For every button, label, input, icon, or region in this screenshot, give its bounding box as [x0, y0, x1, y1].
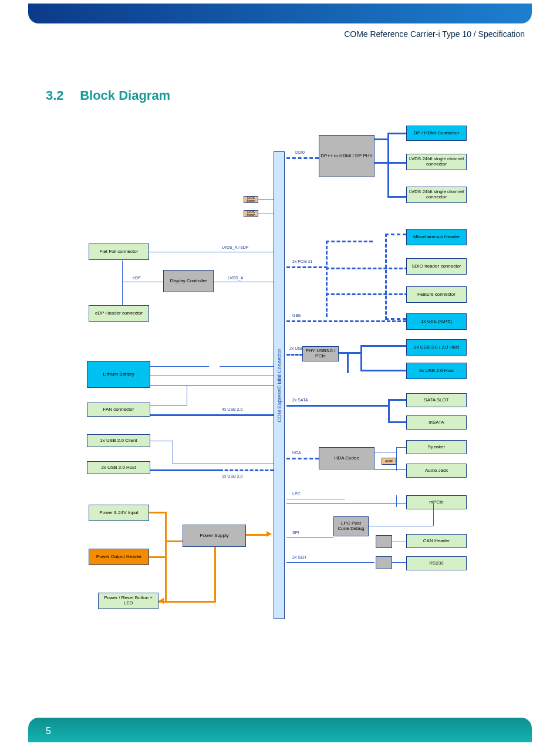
wire [388, 399, 390, 422]
block-display-ctrl: Display Controller [163, 270, 214, 292]
wire [214, 282, 274, 282]
wire [165, 556, 167, 603]
block-edp-hdr: eDP Header connector [89, 305, 149, 322]
wire [286, 538, 333, 538]
block-lvds-switch-b: LVDS Switch [244, 210, 258, 217]
block-feat-hdr: Feature connector [406, 286, 467, 303]
wire [150, 376, 274, 376]
wire [173, 464, 190, 464]
wire [360, 370, 406, 371]
wire [122, 282, 163, 282]
wire [375, 452, 396, 452]
label-lvds-a: LVDS_A / eDP [222, 245, 248, 249]
wire [387, 133, 406, 134]
label-ser: 2x SER [292, 555, 306, 559]
block-dp-hdmi: DP / HDMI Connector [406, 126, 467, 141]
block-sata-slot: SATA SLOT [406, 393, 467, 407]
block-fan: FAN connector [87, 403, 150, 417]
wire [286, 499, 345, 499]
label-edp: eDP [133, 276, 141, 280]
com-express-connector: COM Express® Mini Connector [274, 151, 285, 619]
block-dp-hdmi-phy: DP++ to HDMI / DP PHY [319, 135, 375, 177]
wire [385, 234, 406, 235]
wire [385, 318, 406, 320]
block-misc-hdr: Miscellaneous Header [406, 229, 467, 245]
block-lpc-debug: LPC Post Code Debug [333, 516, 369, 536]
bottom-bar: 5 [28, 718, 532, 742]
wire [149, 252, 274, 252]
wire [165, 601, 216, 603]
wire [385, 234, 387, 320]
wire [360, 345, 362, 371]
wire [258, 214, 274, 214]
block-pwr-hdr: Power Output Header [89, 549, 149, 565]
wire [433, 503, 434, 526]
wire [149, 556, 167, 558]
wire [286, 320, 406, 322]
label-sata: 2x SATA [292, 398, 308, 402]
wire [165, 540, 167, 558]
wire [165, 540, 183, 542]
label-spi: SPI [292, 530, 299, 535]
label-pic-note: . [103, 556, 104, 560]
wire [387, 196, 406, 198]
block-flat-foil: Flat Foil connector [89, 244, 149, 260]
label-hda: HDA [292, 451, 301, 455]
section-number: 3.2 [46, 88, 76, 103]
label-ddi0: DDI0 [295, 150, 305, 154]
connector-label: COM Express® Mini Connector [276, 349, 282, 422]
wire [286, 562, 375, 563]
wire [326, 268, 408, 269]
section-title: Block Diagram [80, 88, 170, 103]
wire [286, 266, 328, 268]
wire [388, 421, 406, 423]
label-pcie: 2x PCIe x1 [292, 259, 312, 263]
wire [392, 562, 406, 563]
wire [165, 512, 167, 542]
wire [220, 414, 274, 416]
block-rs232: RS232 [406, 556, 467, 570]
wire [150, 385, 274, 386]
block-diagram: COM Express® Mini Connector DDI0 DP++ to… [46, 117, 515, 628]
wire [214, 547, 216, 603]
wire [369, 526, 433, 526]
wire [286, 354, 303, 356]
wire [189, 464, 274, 464]
block-lvds-switch-a: LVDS Switch [244, 196, 258, 203]
block-pwr-btn: Power / Reset Button + LED [98, 593, 158, 609]
wire [360, 345, 406, 347]
wire [220, 366, 274, 367]
block-battery: Lithium Battery [87, 361, 150, 388]
wire [339, 352, 362, 354]
wire [246, 534, 268, 536]
wire [286, 503, 406, 504]
arrow-pwr-to-connector [266, 531, 272, 537]
wire [375, 162, 407, 164]
wire [150, 469, 191, 471]
wire-ddi0 [286, 157, 319, 159]
wire [189, 469, 222, 471]
label-gbe: GBE [292, 313, 301, 317]
block-usb3-host: 2x USB 3.0 / 2.0 Host [406, 339, 467, 356]
block-pwr-supply: Power Supply [183, 525, 246, 547]
block-can-xcvr [376, 535, 392, 548]
wire [388, 399, 406, 401]
section-heading: 3.2 Block Diagram [46, 88, 170, 103]
block-usb-client: 1x USB 2.0 Client [87, 434, 150, 447]
wire [347, 352, 349, 373]
block-pwr-in: Power 8-24V Input [89, 505, 149, 521]
label-lvds-a2: LVDS_A [228, 276, 243, 280]
page-number: 5 [46, 726, 51, 736]
wire [220, 469, 274, 471]
breadcrumb: COMe Reference Carrier-i Type 10 / Speci… [344, 29, 525, 39]
wire [286, 458, 319, 459]
block-usb2-host-left: 2x USB 2.0 Host [87, 461, 150, 474]
wire [396, 447, 397, 471]
top-bar [28, 4, 532, 23]
block-audio-jack: Audio Jack [406, 464, 467, 478]
wire [326, 241, 373, 242]
wire [326, 241, 328, 317]
wire [150, 405, 187, 405]
block-uart-xcvr [376, 556, 392, 569]
wire [149, 512, 167, 513]
